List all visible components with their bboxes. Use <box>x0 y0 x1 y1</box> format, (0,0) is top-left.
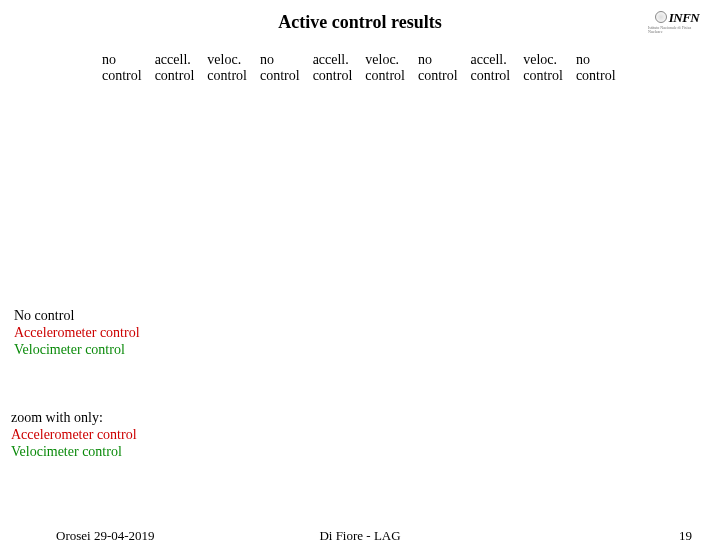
legend-no-control: No control <box>14 308 140 325</box>
col-line1: accell. <box>471 52 507 67</box>
column-header: no control <box>418 52 458 84</box>
col-line2: control <box>260 68 300 83</box>
legend-primary: No control Accelerometer control Velocim… <box>14 308 140 358</box>
column-header: accell. control <box>313 52 353 84</box>
column-header: no control <box>260 52 300 84</box>
page-number: 19 <box>679 528 692 540</box>
legend-zoom: zoom with only: Accelerometer control Ve… <box>11 410 137 460</box>
column-header: accell. control <box>155 52 195 84</box>
col-line1: no <box>102 52 116 67</box>
col-line2: control <box>102 68 142 83</box>
col-line2: control <box>523 68 563 83</box>
col-line2: control <box>365 68 405 83</box>
column-header: veloc. control <box>207 52 247 84</box>
col-line1: no <box>260 52 274 67</box>
col-line2: control <box>207 68 247 83</box>
col-line2: control <box>471 68 511 83</box>
column-header: veloc. control <box>523 52 563 84</box>
column-header: no control <box>576 52 616 84</box>
col-line1: no <box>418 52 432 67</box>
footer-date: Orosei 29-04-2019 <box>56 528 155 540</box>
col-line2: control <box>155 68 195 83</box>
column-header: accell. control <box>471 52 511 84</box>
infn-logo-subtitle: Istituto Nazionale di Fisica Nucleare <box>648 26 706 34</box>
col-line1: veloc. <box>207 52 241 67</box>
page-title: Active control results <box>0 12 720 33</box>
footer-author: Di Fiore - LAG <box>319 528 400 540</box>
legend-zoom-velocimeter: Velocimeter control <box>11 444 137 461</box>
infn-logo: INFN Istituto Nazionale di Fisica Nuclea… <box>648 10 706 40</box>
column-header: no control <box>102 52 142 84</box>
col-line2: control <box>313 68 353 83</box>
col-line1: accell. <box>313 52 349 67</box>
col-line1: accell. <box>155 52 191 67</box>
col-line1: veloc. <box>365 52 399 67</box>
column-header: veloc. control <box>365 52 405 84</box>
col-line1: veloc. <box>523 52 557 67</box>
column-headers: no control accell. control veloc. contro… <box>102 52 616 84</box>
infn-logo-mark: INFN <box>655 10 700 24</box>
legend-accelerometer: Accelerometer control <box>14 325 140 342</box>
legend-velocimeter: Velocimeter control <box>14 342 140 359</box>
legend-zoom-intro: zoom with only: <box>11 410 137 427</box>
col-line2: control <box>576 68 616 83</box>
col-line2: control <box>418 68 458 83</box>
legend-zoom-accelerometer: Accelerometer control <box>11 427 137 444</box>
col-line1: no <box>576 52 590 67</box>
